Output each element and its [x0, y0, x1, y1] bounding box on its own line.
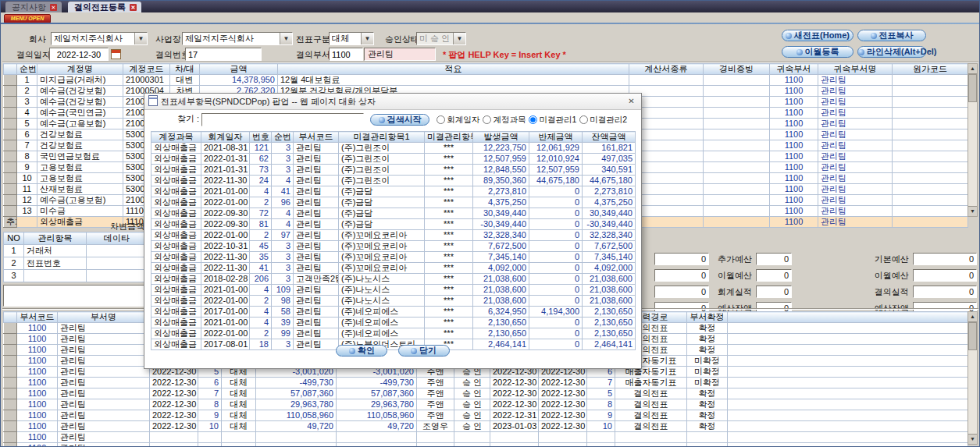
radio-icon[interactable]: [437, 115, 445, 124]
table-row[interactable]: 1100관리팀: [4, 432, 968, 443]
table-row[interactable]: 외상매출금2022-11-30353관리팀(주)꼬메요코리아***7,345,1…: [151, 252, 636, 263]
column-header[interactable]: 원가코드: [893, 64, 968, 75]
column-header[interactable]: 회계일자: [201, 132, 250, 143]
site-select[interactable]: 제일저지주식회사 ▼: [182, 32, 293, 45]
column-header[interactable]: [728, 312, 968, 323]
column-header[interactable]: 차/대: [170, 64, 200, 75]
radio-open-item2[interactable]: 미결관리2: [579, 115, 627, 126]
column-header[interactable]: 적요: [278, 64, 629, 75]
delete-line-button[interactable]: 라인삭제(Alt+Del): [857, 46, 926, 58]
table-row[interactable]: 0이월예산0: [654, 269, 792, 282]
column-header[interactable]: 미결관리항목1: [339, 132, 425, 143]
table-row[interactable]: 0회계실적0: [654, 286, 792, 298]
column-header[interactable]: 귀속부서명: [818, 64, 893, 75]
column-header[interactable]: 계정코드: [123, 64, 170, 75]
column-header[interactable]: 귀속부서: [770, 64, 818, 75]
radio-icon[interactable]: [483, 115, 491, 124]
table-row[interactable]: 외상매출금2022-09-30724관리팀(주)금담***30,349,4400…: [151, 208, 636, 219]
scroll-down-icon[interactable]: ▼: [968, 434, 977, 444]
dept-code-input[interactable]: [329, 48, 363, 61]
column-header[interactable]: 부서코드: [294, 132, 339, 143]
column-header[interactable]: 데이타: [87, 232, 148, 245]
table-row[interactable]: 결의실적0: [865, 286, 977, 298]
search-start-button[interactable]: 검색시작: [370, 114, 429, 126]
column-header[interactable]: 계정과목: [151, 132, 201, 143]
table-row[interactable]: 1미지급금(거래처)21000301대변14,378,95012월 4대보험료1…: [4, 75, 968, 86]
radio-icon[interactable]: [529, 115, 537, 124]
column-header[interactable]: 경비증빙: [704, 64, 770, 75]
ok-button[interactable]: 확인: [336, 345, 387, 357]
table-row[interactable]: 1100관리팀2022-12-308대체29,963,78029,963,780…: [4, 399, 968, 410]
column-header[interactable]: 계정명: [37, 64, 123, 75]
table-row[interactable]: 외상매출금2022-01-00296관리팀(주)금담***4,375,25004…: [151, 197, 636, 208]
copy-slip-button[interactable]: 전표복사: [857, 30, 926, 41]
close-icon[interactable]: ✕: [130, 4, 137, 11]
vertical-scrollbar[interactable]: ▲ ▼: [968, 311, 978, 445]
table-row[interactable]: 외상매출금2021-01-00441관리팀(주)금담***2,273,81002…: [151, 186, 636, 197]
table-row[interactable]: 외상매출금2022-10-31453관리팀(주)꼬메요코리아***7,672,5…: [151, 241, 636, 252]
table-row[interactable]: 외상매출금2021-01-00439관리팀(주)네오피에스***2,130,65…: [151, 318, 636, 328]
table-row[interactable]: 1100관리팀2022-12-309대체110,058,960110,058,9…: [4, 410, 968, 421]
table-row[interactable]: 외상매출금2021-08-311213관리팀(주)그린조이***12,223,7…: [151, 143, 636, 154]
table-row[interactable]: 기본예산0: [865, 253, 977, 265]
scroll-up-icon[interactable]: ▲: [968, 64, 977, 74]
column-header[interactable]: 미결관리항목2: [425, 132, 473, 143]
table-row[interactable]: 외상매출금2022-01-00299관리팀(주)네오피에스***2,130,65…: [151, 328, 636, 339]
table-row[interactable]: 0추가예산0: [654, 253, 792, 265]
table-row[interactable]: 외상매출금2022-11-30244관리팀(주)그린조이***89,350,36…: [151, 176, 636, 186]
table-row[interactable]: 외상매출금2018-02-282063고객만족2팀(JJ(주)나노시스***21…: [151, 274, 636, 285]
table-row[interactable]: 1100관리팀2022-12-306대체-499,730-499,730주앤승 …: [4, 378, 968, 388]
table-row[interactable]: 외상매출금2022-09-30814관리팀(주)금담***-30,349,440…: [151, 219, 636, 230]
column-header[interactable]: 관리항목: [24, 232, 87, 245]
close-icon[interactable]: ✕: [625, 96, 637, 107]
date-input[interactable]: [49, 48, 109, 61]
chevron-down-icon[interactable]: ▼: [280, 33, 292, 44]
table-row[interactable]: 외상매출금2022-11-30413관리팀(주)꼬메요코리아***4,092,0…: [151, 263, 636, 274]
table-row[interactable]: 외상매출금2021-01-31733관리팀(주)그린조이***12,848,55…: [151, 165, 636, 176]
chevron-down-icon[interactable]: ▼: [361, 33, 373, 44]
table-row[interactable]: 이월예산0: [865, 269, 977, 282]
table-row[interactable]: 외상매출금2022-01-00297관리팀(주)꼬메요코리아***32,328,…: [151, 230, 636, 241]
table-row[interactable]: 2전표번호: [4, 257, 148, 270]
column-header[interactable]: 부서명: [58, 312, 150, 323]
table-row[interactable]: 3: [4, 270, 148, 282]
column-header[interactable]: 계산서종류: [629, 64, 704, 75]
close-button[interactable]: 닫기: [398, 345, 450, 357]
column-header[interactable]: NO: [4, 232, 24, 245]
column-header[interactable]: 반제금액: [529, 132, 583, 143]
find-input[interactable]: [201, 113, 364, 126]
scroll-thumb[interactable]: [968, 322, 977, 350]
radio-acct-date[interactable]: 회계일자: [437, 115, 479, 126]
radio-open-item1[interactable]: 미결관리1: [529, 115, 576, 126]
scroll-thumb[interactable]: [968, 74, 977, 102]
table-row[interactable]: 1100관리팀2022-12-307대체57,087,36057,087,360…: [4, 388, 968, 399]
chevron-down-icon[interactable]: ▼: [134, 33, 147, 44]
company-select[interactable]: 제일저지주식회사 ▼: [51, 32, 148, 45]
table-row[interactable]: 1100관리팀2022-12-3010대체49,72049,720조영우승 인2…: [4, 421, 968, 432]
slip-no-input[interactable]: [185, 48, 262, 61]
column-header[interactable]: [4, 312, 17, 323]
column-header[interactable]: 잔액금액: [583, 132, 636, 143]
carryover-button[interactable]: 이월등록: [782, 46, 853, 58]
radio-icon[interactable]: [579, 115, 588, 124]
column-header[interactable]: 순번: [272, 132, 294, 143]
close-icon[interactable]: ✕: [50, 4, 57, 11]
calendar-icon[interactable]: [111, 49, 121, 59]
column-header[interactable]: 번호: [250, 132, 272, 143]
column-header[interactable]: 부서확정: [687, 312, 728, 323]
column-header[interactable]: 부서코드: [17, 312, 58, 323]
tab-slip-entry[interactable]: 결의전표등록✕: [68, 2, 141, 12]
column-header[interactable]: [4, 64, 17, 75]
table-row[interactable]: 외상매출금2021-01-004109관리팀(주)나노시스***21,038,6…: [151, 285, 636, 296]
scroll-up-icon[interactable]: ▲: [968, 312, 977, 322]
new-slip-button[interactable]: 새전표(Home): [782, 30, 853, 41]
slip-type-select[interactable]: 대체 ▼: [329, 32, 374, 45]
radio-account[interactable]: 계정과목: [483, 115, 526, 126]
column-header[interactable]: 발생금액: [473, 132, 529, 143]
column-header[interactable]: 금액: [200, 64, 278, 75]
scroll-down-icon[interactable]: ▼: [968, 206, 977, 216]
column-header[interactable]: 순번: [17, 64, 37, 75]
table-row[interactable]: 1100관리팀: [4, 443, 968, 447]
tab-notice[interactable]: 공지사항✕: [5, 2, 62, 12]
table-row[interactable]: 1거래처: [4, 245, 148, 257]
